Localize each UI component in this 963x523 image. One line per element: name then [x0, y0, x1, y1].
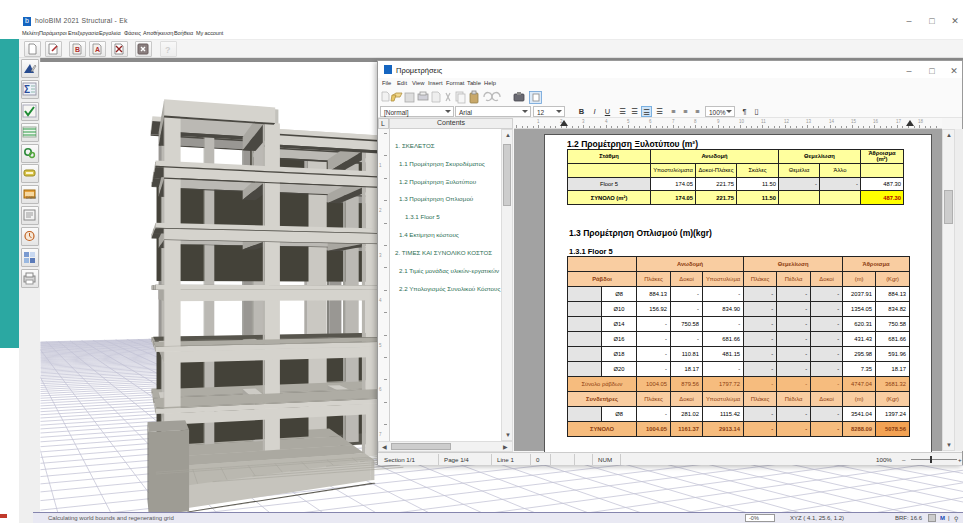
svg-text:?: ?: [165, 45, 171, 55]
svg-text:A: A: [95, 46, 100, 53]
svg-text:Σ: Σ: [24, 84, 30, 95]
svg-text:DWG: DWG: [26, 195, 36, 200]
svg-text:B: B: [75, 46, 80, 53]
